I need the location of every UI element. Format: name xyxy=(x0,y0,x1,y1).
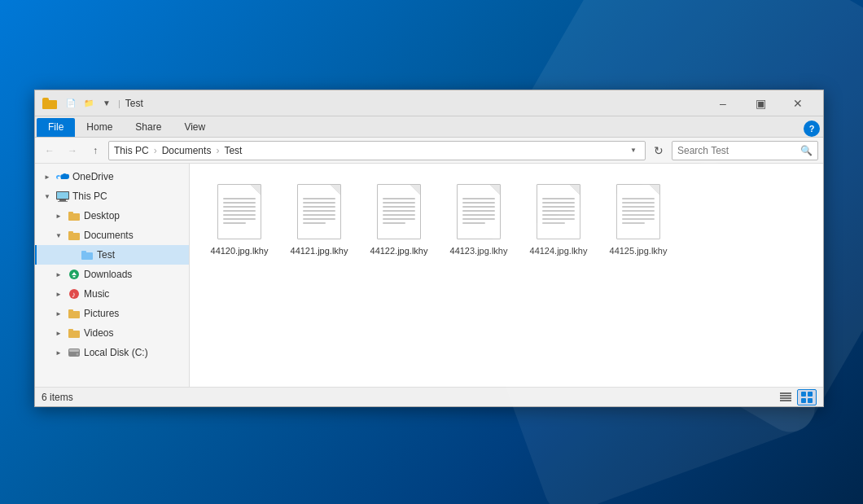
sidebar-label-onedrive: OneDrive xyxy=(72,171,114,182)
file-name: 44121.jpg.lkhy xyxy=(291,245,348,256)
details-view-button[interactable] xyxy=(776,389,795,405)
window-controls: – ▣ ✕ xyxy=(704,90,817,116)
help-button[interactable]: ? xyxy=(804,121,820,137)
tab-share[interactable]: Share xyxy=(124,118,173,137)
sidebar-label-this-pc: This PC xyxy=(72,191,107,202)
expand-icon-test xyxy=(66,249,77,261)
file-name: 44124.jpg.lkhy xyxy=(530,245,588,256)
file-name: 44125.jpg.lkhy xyxy=(610,245,668,256)
expand-icon-local-disk: ► xyxy=(53,347,64,358)
address-segment-test[interactable]: Test xyxy=(224,145,242,156)
doc-line xyxy=(303,218,335,220)
up-button[interactable]: ↑ xyxy=(85,141,105,160)
file-icon xyxy=(213,182,265,242)
doc-line xyxy=(462,202,495,204)
doc-line xyxy=(462,218,495,220)
sidebar-item-pictures[interactable]: ► Pictures xyxy=(35,304,189,323)
sidebar-item-this-pc[interactable]: ▼ This PC xyxy=(35,186,189,206)
doc-line xyxy=(383,198,415,199)
this-pc-icon xyxy=(56,190,69,203)
sidebar-item-local-disk[interactable]: ► Local Disk (C:) xyxy=(35,343,189,362)
sidebar-item-downloads[interactable]: ► Downloads xyxy=(35,265,189,284)
address-segment-this-pc[interactable]: This PC xyxy=(114,145,149,156)
svg-rect-13 xyxy=(780,395,791,397)
titlebar-separator: | xyxy=(118,99,120,108)
minimize-button[interactable]: – xyxy=(704,90,742,116)
file-item[interactable]: 44120.jpg.lkhy xyxy=(203,177,276,261)
documents-icon xyxy=(68,229,81,242)
qat-dropdown-button[interactable]: ▼ xyxy=(99,95,115,112)
doc-icon xyxy=(537,184,580,239)
music-icon: ♪ xyxy=(68,287,81,300)
doc-line xyxy=(383,214,415,216)
sidebar-label-local-disk: Local Disk (C:) xyxy=(84,347,148,358)
maximize-button[interactable]: ▣ xyxy=(742,90,779,116)
doc-line xyxy=(622,198,655,199)
file-name: 44123.jpg.lkhy xyxy=(450,245,508,256)
file-item[interactable]: 44125.jpg.lkhy xyxy=(602,177,675,261)
content-pane: 44120.jpg.lkhy 44121.jpg.lkhy xyxy=(190,164,823,387)
sidebar-label-pictures: Pictures xyxy=(84,308,119,319)
search-input[interactable] xyxy=(677,145,797,156)
sidebar-item-desktop[interactable]: ► Desktop xyxy=(35,206,189,226)
doc-line xyxy=(303,206,335,208)
doc-lines xyxy=(462,198,495,224)
search-bar[interactable]: 🔍 xyxy=(672,141,818,160)
doc-line xyxy=(462,198,495,199)
doc-line xyxy=(303,202,335,204)
file-icon xyxy=(293,182,345,242)
search-icon: 🔍 xyxy=(800,145,813,156)
file-icon xyxy=(373,182,425,242)
tab-view[interactable]: View xyxy=(173,118,217,137)
expand-icon-documents: ▼ xyxy=(53,230,64,241)
doc-line xyxy=(303,222,326,224)
doc-line xyxy=(462,210,495,212)
svg-rect-15 xyxy=(780,400,791,401)
downloads-icon xyxy=(68,268,81,281)
close-button[interactable]: ✕ xyxy=(779,90,817,116)
file-name: 44122.jpg.lkhy xyxy=(370,245,428,256)
file-item[interactable]: 44124.jpg.lkhy xyxy=(522,177,595,261)
sidebar-item-test[interactable]: Test xyxy=(35,245,189,265)
sidebar-item-music[interactable]: ► ♪ Music xyxy=(35,284,189,304)
svg-rect-1 xyxy=(57,192,68,199)
tab-home[interactable]: Home xyxy=(75,118,124,137)
doc-line xyxy=(542,214,575,216)
large-icons-view-button[interactable] xyxy=(797,389,817,405)
doc-line xyxy=(462,206,495,208)
doc-line xyxy=(622,214,655,216)
address-dropdown-button[interactable]: ▼ xyxy=(627,144,640,157)
expand-icon-desktop: ► xyxy=(53,210,64,221)
refresh-button[interactable]: ↻ xyxy=(649,141,668,160)
doc-line xyxy=(383,210,415,212)
quick-access-toolbar: 📄 📁 ▼ xyxy=(63,95,115,112)
forward-button[interactable]: → xyxy=(63,141,82,160)
sidebar-item-documents[interactable]: ▼ Documents xyxy=(35,226,189,245)
doc-line xyxy=(383,206,415,208)
expand-icon-this-pc: ▼ xyxy=(42,191,53,202)
doc-line xyxy=(622,218,655,220)
tab-file[interactable]: File xyxy=(37,118,75,137)
qat-properties-button[interactable]: 📄 xyxy=(63,95,79,112)
doc-line xyxy=(383,218,415,220)
doc-line xyxy=(303,214,335,216)
window-title: Test xyxy=(125,98,704,109)
file-item[interactable]: 44121.jpg.lkhy xyxy=(283,177,356,261)
file-item[interactable]: 44122.jpg.lkhy xyxy=(362,177,436,261)
doc-lines xyxy=(303,198,335,224)
qat-new-folder-button[interactable]: 📁 xyxy=(81,95,97,112)
file-item[interactable]: 44123.jpg.lkhy xyxy=(442,177,515,261)
address-bar[interactable]: This PC › Documents › Test ▼ xyxy=(108,141,646,160)
file-icon xyxy=(612,182,664,242)
sidebar-item-videos[interactable]: ► Videos xyxy=(35,323,189,343)
address-segment-documents[interactable]: Documents xyxy=(162,145,212,156)
back-button[interactable]: ← xyxy=(40,141,59,160)
doc-line xyxy=(223,222,246,224)
doc-line xyxy=(542,202,575,204)
test-folder-icon xyxy=(81,248,94,261)
sidebar-label-desktop: Desktop xyxy=(84,210,120,221)
onedrive-icon xyxy=(56,170,69,183)
doc-icon xyxy=(457,184,501,239)
sidebar-item-onedrive[interactable]: ► OneDrive xyxy=(35,167,189,186)
doc-lines xyxy=(622,198,655,224)
